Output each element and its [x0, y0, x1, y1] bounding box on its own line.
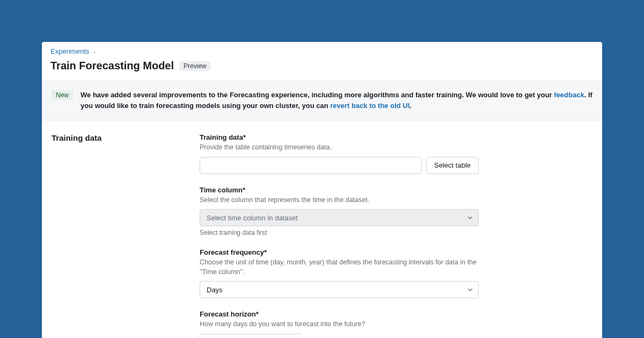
breadcrumb-root-link[interactable]: Experiments: [50, 47, 89, 55]
select-table-button[interactable]: Select table: [426, 157, 479, 174]
training-data-label: Training data*: [200, 133, 479, 141]
form-column: Training data* Provide the table contain…: [200, 133, 479, 338]
info-banner: New We have added several improvements t…: [42, 81, 602, 120]
section-label: Training data: [52, 133, 200, 142]
feedback-link[interactable]: feedback: [554, 91, 584, 99]
preview-badge: Preview: [179, 61, 211, 71]
breadcrumb: Experiments ›: [50, 47, 594, 55]
forecast-frequency-label: Forecast frequency*: [200, 248, 479, 256]
forecast-frequency-value: Days: [207, 286, 223, 294]
forecast-frequency-group: Forecast frequency* Choose the unit of t…: [200, 248, 479, 298]
time-column-select-wrap: Select time column in dataset: [200, 209, 479, 226]
revert-ui-link[interactable]: revert back to the old UI: [330, 102, 409, 110]
forecast-frequency-select[interactable]: Days: [200, 281, 479, 298]
time-column-helper: Select training data first: [200, 229, 479, 236]
page-header: Experiments › Train Forecasting Model Pr…: [42, 42, 602, 81]
forecast-frequency-select-wrap: Days: [200, 281, 479, 298]
time-column-select[interactable]: Select time column in dataset: [200, 209, 479, 226]
title-row: Train Forecasting Model Preview: [50, 60, 594, 72]
forecast-horizon-input[interactable]: [200, 334, 302, 338]
section-label-column: Training data: [52, 133, 200, 338]
page-container: Experiments › Train Forecasting Model Pr…: [42, 42, 602, 338]
banner-text-suffix: .: [409, 102, 412, 110]
banner-text-prefix: We have added several improvements to th…: [80, 91, 554, 99]
forecast-horizon-label: Forecast horizon*: [200, 310, 479, 318]
forecast-frequency-description: Choose the unit of time (day, month, yea…: [200, 258, 479, 277]
banner-text: We have added several improvements to th…: [80, 90, 592, 111]
time-column-placeholder: Select time column in dataset: [207, 214, 298, 222]
new-badge: New: [52, 90, 73, 100]
training-data-description: Provide the table containing timeseries …: [200, 143, 479, 153]
page-title: Train Forecasting Model: [50, 60, 174, 72]
forecast-horizon-group: Forecast horizon* How many days do you w…: [200, 310, 479, 338]
time-column-description: Select the column that represents the ti…: [200, 196, 479, 205]
time-column-group: Time column* Select the column that repr…: [200, 186, 479, 237]
forecast-horizon-description: How many days do you want to forecast in…: [200, 320, 479, 329]
training-data-input-row: Select table: [200, 157, 479, 174]
training-data-group: Training data* Provide the table contain…: [200, 133, 479, 174]
content: Training data Training data* Provide the…: [42, 120, 602, 338]
training-data-input[interactable]: [200, 157, 422, 174]
chevron-right-icon: ›: [93, 48, 96, 55]
time-column-label: Time column*: [200, 186, 479, 194]
